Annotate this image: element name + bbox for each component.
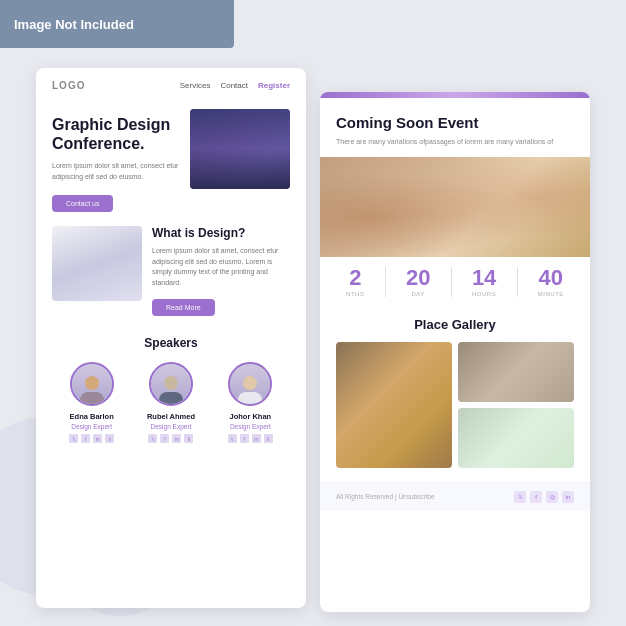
countdown-minutes: 40 MINUTE bbox=[538, 267, 564, 297]
instagram-icon[interactable]: in bbox=[252, 434, 261, 443]
speaker-role-1: Design Expert bbox=[71, 423, 112, 430]
countdown-hours-number: 14 bbox=[472, 267, 496, 289]
countdown-minutes-label: MINUTE bbox=[538, 291, 564, 297]
footer-linkedin-icon[interactable]: in bbox=[562, 491, 574, 503]
contact-button[interactable]: Contact us bbox=[52, 195, 113, 212]
read-more-button[interactable]: Read More bbox=[152, 299, 215, 316]
twitter-icon[interactable]: 𝕏 bbox=[148, 434, 157, 443]
footer-twitter-icon[interactable]: 𝕏 bbox=[514, 491, 526, 503]
countdown-months-label: NTHS bbox=[346, 291, 364, 297]
hero-image-overlay bbox=[190, 109, 290, 189]
hero-description: Lorem ipsum dolor sit amet, consect etur… bbox=[52, 161, 180, 182]
countdown-section: 2 NTHS 20 DAY 14 HOURS 40 MINUTE bbox=[320, 257, 590, 307]
coming-soon-title: Coming Soon Event bbox=[336, 114, 574, 131]
what-section: What is Design? Lorem ipsum dolor sit am… bbox=[36, 212, 306, 326]
speaker-social-3: 𝕏 f in li bbox=[228, 434, 273, 443]
what-title: What is Design? bbox=[152, 226, 290, 240]
countdown-months-number: 2 bbox=[349, 267, 361, 289]
countdown-divider-2 bbox=[451, 267, 452, 297]
countdown-hours-label: HOURS bbox=[472, 291, 496, 297]
gallery-item-2 bbox=[458, 342, 574, 402]
speaker-avatar-1 bbox=[70, 362, 114, 406]
linkedin-icon[interactable]: li bbox=[264, 434, 273, 443]
what-image-inner bbox=[52, 226, 142, 301]
footer-instagram-icon[interactable]: ◎ bbox=[546, 491, 558, 503]
speaker-social-1: 𝕏 f in li bbox=[69, 434, 114, 443]
left-email-card: LOGO Services Contact Register Graphic D… bbox=[36, 68, 306, 608]
nav-links: Services Contact Register bbox=[180, 81, 290, 90]
speakers-row: Edna Barlon Design Expert 𝕏 f in li bbox=[52, 362, 290, 443]
nav-services[interactable]: Services bbox=[180, 81, 211, 90]
facebook-icon[interactable]: f bbox=[240, 434, 249, 443]
gallery-image-2 bbox=[458, 342, 574, 402]
gallery-section: Place Gallery bbox=[320, 307, 590, 482]
banner-text: Image Not Included bbox=[14, 17, 134, 32]
coming-soon-section: Coming Soon Event There are many variati… bbox=[320, 98, 590, 157]
hero-text: Graphic Design Conference. Lorem ipsum d… bbox=[52, 109, 180, 212]
logo: LOGO bbox=[52, 80, 85, 91]
image-not-included-banner: Image Not Included bbox=[0, 0, 234, 48]
countdown-divider-3 bbox=[517, 267, 518, 297]
speaker-avatar-2 bbox=[149, 362, 193, 406]
speaker-card-1: Edna Barlon Design Expert 𝕏 f in li bbox=[57, 362, 127, 443]
speaker-name-3: Johor Khan bbox=[229, 412, 271, 421]
countdown-hours: 14 HOURS bbox=[472, 267, 496, 297]
speaker-card-2: Rubel Ahmed Design Expert 𝕏 f in li bbox=[136, 362, 206, 443]
footer-facebook-icon[interactable]: f bbox=[530, 491, 542, 503]
gallery-title: Place Gallery bbox=[336, 317, 574, 332]
nav-register[interactable]: Register bbox=[258, 81, 290, 90]
twitter-icon[interactable]: 𝕏 bbox=[228, 434, 237, 443]
hero-image bbox=[190, 109, 290, 189]
instagram-icon[interactable]: in bbox=[93, 434, 102, 443]
speaker-role-2: Design Expert bbox=[151, 423, 192, 430]
speaker-avatar-3 bbox=[228, 362, 272, 406]
cards-container: LOGO Services Contact Register Graphic D… bbox=[0, 48, 626, 626]
instagram-icon[interactable]: in bbox=[172, 434, 181, 443]
footer-social-links: 𝕏 f ◎ in bbox=[514, 491, 574, 503]
coming-soon-description: There are many variations ofpassages of … bbox=[336, 137, 574, 147]
countdown-months: 2 NTHS bbox=[346, 267, 364, 297]
hero-section: Graphic Design Conference. Lorem ipsum d… bbox=[36, 99, 306, 212]
twitter-icon[interactable]: 𝕏 bbox=[69, 434, 78, 443]
countdown-days-label: DAY bbox=[411, 291, 424, 297]
event-image-overlay bbox=[320, 157, 590, 257]
card-header: LOGO Services Contact Register bbox=[36, 68, 306, 99]
gallery-item-3 bbox=[458, 408, 574, 468]
nav-contact[interactable]: Contact bbox=[220, 81, 248, 90]
hero-title: Graphic Design Conference. bbox=[52, 115, 180, 153]
speaker-social-2: 𝕏 f in li bbox=[148, 434, 193, 443]
gallery-grid bbox=[336, 342, 574, 468]
countdown-divider-1 bbox=[385, 267, 386, 297]
gallery-item-1 bbox=[336, 342, 452, 468]
facebook-icon[interactable]: f bbox=[81, 434, 90, 443]
linkedin-icon[interactable]: li bbox=[105, 434, 114, 443]
gallery-image-3 bbox=[458, 408, 574, 468]
facebook-icon[interactable]: f bbox=[160, 434, 169, 443]
right-email-card: Coming Soon Event There are many variati… bbox=[320, 92, 590, 612]
what-description: Lorem ipsum dolor sit amet, consect etur… bbox=[152, 246, 290, 288]
countdown-minutes-number: 40 bbox=[539, 267, 563, 289]
what-image bbox=[52, 226, 142, 301]
speaker-name-1: Edna Barlon bbox=[70, 412, 114, 421]
speakers-section: Speakers Edna Barlon Design Expert bbox=[36, 326, 306, 459]
card-footer: All Rights Reserved | Unsubscribe 𝕏 f ◎ … bbox=[320, 482, 590, 511]
speaker-role-3: Design Expert bbox=[230, 423, 271, 430]
speaker-card-3: Johor Khan Design Expert 𝕏 f in li bbox=[215, 362, 285, 443]
what-text: What is Design? Lorem ipsum dolor sit am… bbox=[152, 226, 290, 316]
speakers-title: Speakers bbox=[52, 336, 290, 350]
countdown-days-number: 20 bbox=[406, 267, 430, 289]
countdown-days: 20 DAY bbox=[406, 267, 430, 297]
footer-text: All Rights Reserved | Unsubscribe bbox=[336, 493, 435, 500]
event-image bbox=[320, 157, 590, 257]
linkedin-icon[interactable]: li bbox=[184, 434, 193, 443]
speaker-name-2: Rubel Ahmed bbox=[147, 412, 195, 421]
gallery-image-1 bbox=[336, 342, 452, 468]
